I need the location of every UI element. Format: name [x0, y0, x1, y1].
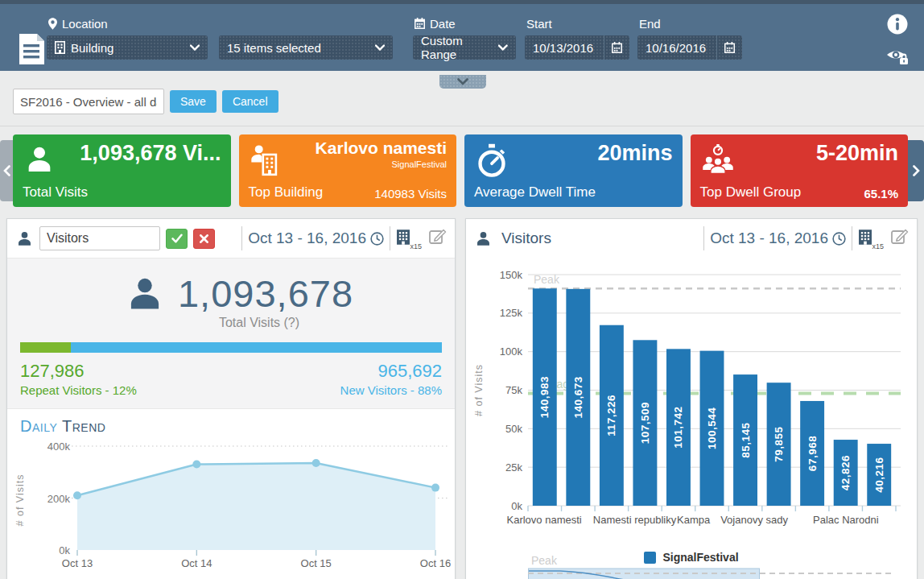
report-name-input[interactable]: [13, 89, 164, 114]
person-icon: [23, 143, 56, 179]
person-icon: [15, 230, 34, 248]
total-visits-label: Total Visits (?): [7, 316, 455, 330]
navigator-peak-label: Peak: [531, 554, 557, 567]
privacy-eye-lock-icon[interactable]: [885, 47, 910, 69]
x-icon: [200, 234, 208, 243]
svg-text:200k: 200k: [47, 493, 71, 505]
clock-icon: [832, 232, 846, 246]
save-button[interactable]: Save: [170, 90, 217, 113]
person-building-icon: [250, 143, 280, 182]
svg-text:Peak: Peak: [534, 273, 560, 286]
kpi-label: Average Dwell Time: [474, 184, 596, 201]
widget-date-range[interactable]: Oct 13 - 16, 2016: [248, 230, 384, 247]
svg-text:100k: 100k: [500, 345, 523, 358]
carousel-prev-button[interactable]: [0, 140, 13, 201]
svg-text:0k: 0k: [59, 544, 70, 556]
kpi-card-top-dwell-group[interactable]: 5-20min Top Dwell Group 65.1%: [691, 134, 909, 207]
kpi-card-total-visits[interactable]: 1,093,678 Vi... Total Visits: [13, 134, 231, 207]
info-icon[interactable]: [887, 14, 908, 38]
svg-text:400k: 400k: [47, 440, 71, 453]
kpi-subvalue: SignalFestival: [392, 159, 447, 169]
date-filter-group: Date Custom Range: [413, 14, 516, 60]
svg-text:Vojanovy sady: Vojanovy sady: [720, 514, 788, 526]
cancel-title-button[interactable]: [193, 229, 215, 249]
visitors-summary-panel: Oct 13 - 16, 2016 x15 1,093,678 Total Vi…: [6, 218, 456, 579]
total-visits-section: 1,093,678 Total Visits (?) 127,986 Repea…: [7, 258, 455, 409]
kpi-label: Top Building: [249, 184, 324, 201]
filter-header: Location Building 15 items selected Date…: [0, 0, 924, 71]
new-visitors-bar-segment: [71, 342, 442, 353]
check-icon: [171, 234, 183, 243]
svg-text:Karlovo namesti: Karlovo namesti: [506, 514, 581, 526]
svg-text:150k: 150k: [500, 269, 523, 281]
svg-text:Palac Narodni: Palac Narodni: [813, 514, 879, 526]
widget-date-range[interactable]: Oct 13 - 16, 2016: [710, 230, 846, 247]
kpi-value: 1,093,678 Vi...: [80, 141, 221, 166]
stopwatch-icon: [475, 143, 509, 182]
chevron-left-icon: [3, 165, 10, 176]
collapse-filters-tab[interactable]: [439, 75, 486, 89]
cancel-button[interactable]: Cancel: [222, 90, 278, 113]
svg-text:67,968: 67,968: [806, 436, 819, 471]
kpi-value: 5-20min: [816, 141, 898, 166]
widget-title: Visitors: [501, 230, 551, 247]
clock-icon: [370, 232, 384, 246]
visits-by-building-chart[interactable]: 0k25k50k75k100k125k150kPeakAverage140,98…: [466, 263, 915, 536]
edit-widget-icon[interactable]: [889, 227, 909, 250]
calendar-icon: [612, 42, 622, 53]
location-items-dropdown[interactable]: 15 items selected: [219, 35, 393, 60]
svg-text:Oct 16: Oct 16: [420, 557, 451, 569]
svg-text:140,983: 140,983: [538, 376, 551, 418]
chevron-down-icon: [375, 44, 385, 51]
total-visits-value: 1,093,678: [178, 271, 353, 316]
chart-range-navigator[interactable]: Peak Average: [528, 567, 894, 579]
building-count-indicator[interactable]: x15: [858, 229, 884, 249]
date-range-dropdown[interactable]: Custom Range: [413, 35, 516, 60]
location-filter-group: Location Building 15 items selected: [47, 14, 393, 60]
svg-text:Oct 15: Oct 15: [301, 557, 332, 569]
start-calendar-button[interactable]: [604, 35, 629, 60]
kpi-label: Top Dwell Group: [700, 184, 802, 201]
person-icon: [125, 274, 165, 314]
kpi-card-top-building[interactable]: Karlovo namesti SignalFestival Top Build…: [239, 134, 457, 207]
end-calendar-button[interactable]: [716, 35, 742, 60]
carousel-next-button[interactable]: [908, 140, 924, 201]
svg-text:Oct 14: Oct 14: [181, 557, 212, 569]
start-label: Start: [526, 14, 629, 32]
chevron-right-icon: [913, 165, 920, 176]
building-type-dropdown[interactable]: Building: [47, 35, 208, 60]
start-date-group: Start 10/13/2016: [525, 14, 629, 60]
svg-text:# of Visits: # of Visits: [14, 474, 26, 527]
svg-text:79,855: 79,855: [773, 426, 785, 461]
building-count-indicator[interactable]: x15: [396, 229, 422, 249]
building-icon: [55, 41, 65, 54]
svg-text:0k: 0k: [511, 500, 522, 512]
calendar-icon: [724, 42, 735, 53]
end-date-input[interactable]: 10/16/2016: [637, 35, 742, 60]
report-document-icon[interactable]: [18, 33, 45, 68]
svg-text:25k: 25k: [505, 461, 522, 474]
edit-widget-icon[interactable]: [427, 227, 447, 250]
svg-text:Kampa: Kampa: [677, 514, 711, 526]
confirm-title-button[interactable]: [166, 229, 188, 249]
kpi-value: 20mins: [597, 141, 672, 166]
new-visitors-stat: 965,692 New Visitors - 88%: [340, 361, 442, 397]
svg-text:101,742: 101,742: [672, 407, 684, 449]
kpi-carousel: 1,093,678 Vi... Total Visits Karlovo nam…: [0, 134, 924, 207]
widget-title-input[interactable]: [39, 226, 160, 250]
svg-text:Namesti republiky: Namesti republiky: [593, 514, 677, 526]
kpi-card-average-dwell-time[interactable]: 20mins Average Dwell Time: [464, 134, 683, 207]
building-icon: [858, 229, 872, 246]
svg-text:85,145: 85,145: [740, 422, 752, 457]
end-label: End: [639, 14, 742, 32]
chevron-down-icon: [457, 78, 468, 85]
date-label: Date: [415, 14, 516, 32]
location-pin-icon: [48, 18, 57, 30]
visitors-by-building-panel: Visitors Oct 13 - 16, 2016 x15 0k25k50k7…: [465, 218, 918, 579]
repeat-visitors-bar-segment: [20, 342, 71, 353]
start-date-input[interactable]: 10/13/2016: [525, 35, 629, 60]
calendar-icon: [415, 18, 425, 29]
kpi-label: Total Visits: [23, 184, 88, 201]
daily-trend-chart[interactable]: 0k200k400kOct 13Oct 14Oct 15Oct 16# of V…: [7, 437, 455, 573]
visitor-split-bar: [20, 342, 442, 353]
